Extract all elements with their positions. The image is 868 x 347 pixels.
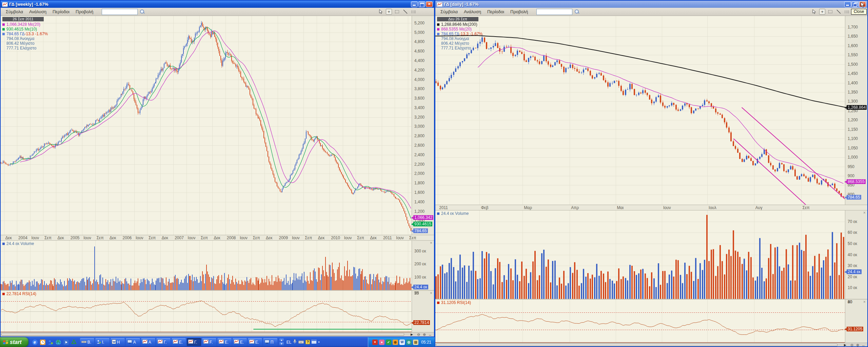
microphone-icon[interactable]	[293, 339, 297, 345]
zoom-out-button[interactable]: ⊖	[416, 332, 421, 336]
tray-alert-icon[interactable]: ×	[372, 340, 378, 345]
date-label: 2011	[383, 236, 392, 240]
task-button-3[interactable]: WH	[111, 338, 125, 346]
taskbar-scroll-arrows[interactable]: ▲▼	[279, 339, 284, 346]
maximize-button[interactable]	[418, 1, 425, 7]
zoom-out-button[interactable]: ⊖	[849, 343, 854, 346]
date-label: Δεκ	[110, 236, 116, 240]
task-button-6[interactable]: Γ.	[156, 338, 171, 346]
date-label: Ιουν	[32, 236, 39, 240]
horizontal-scrollbar[interactable]: ▶⊖⊕↔	[435, 343, 867, 346]
rectangle-tool-icon[interactable]	[394, 9, 400, 15]
axis-tick-label: 1,400	[848, 81, 858, 85]
axis-tick-label: 1,150	[848, 127, 858, 132]
titlebar-daily[interactable]: ΓΔ [daily] -1.67% ×	[435, 1, 867, 8]
price-plot[interactable]	[1, 16, 412, 235]
crosshair-tool-icon[interactable]: +	[819, 9, 825, 15]
pane-close-icon[interactable]: ×	[863, 300, 866, 304]
minimize-button[interactable]	[411, 1, 418, 7]
language-indicator[interactable]: EL	[287, 340, 292, 345]
pane-close-icon[interactable]: ×	[863, 211, 866, 215]
tray-speaker-icon[interactable]: ◉	[393, 340, 398, 345]
task-button-11[interactable]: E.	[233, 338, 247, 346]
minimize-button[interactable]	[844, 1, 851, 7]
menu-Περίοδοι[interactable]: Περίοδοι	[50, 8, 73, 15]
menu-Προβολή[interactable]: Προβολή	[73, 8, 96, 15]
taskbar-clock[interactable]: 05:21	[421, 340, 431, 345]
volume-plot[interactable]	[435, 210, 845, 299]
tray-check-icon[interactable]: ✓	[386, 340, 391, 345]
menu-Ανάλυση[interactable]: Ανάλυση	[26, 8, 50, 15]
fit-width-button[interactable]: ↔	[861, 343, 866, 346]
symbol-search-input[interactable]	[102, 9, 138, 15]
rsi-plot[interactable]	[1, 291, 412, 332]
rectangle-tool-icon[interactable]	[827, 9, 833, 15]
langbar-options-arrow[interactable]: ▾	[318, 341, 319, 344]
task-button-1[interactable]: B.	[80, 338, 94, 346]
axis-tick-label: 100 εκ	[414, 275, 426, 280]
axis-tick-label: 2,800	[414, 134, 425, 138]
internet-explorer-icon[interactable]: e	[32, 339, 38, 345]
volume-plot[interactable]	[1, 241, 412, 290]
task-button-10[interactable]: E.	[217, 338, 232, 346]
tray-doc-icon[interactable]: W	[399, 340, 405, 345]
task-button-13[interactable]: Π	[263, 338, 277, 346]
task-button-12[interactable]: E.	[248, 338, 262, 346]
search-icon[interactable]	[140, 9, 145, 14]
start-button[interactable]: start	[0, 337, 28, 347]
task-button-2[interactable]: I.	[95, 338, 110, 346]
axis-tick-label: 1,050	[848, 146, 858, 150]
task-button-9[interactable]: F.	[202, 338, 216, 346]
menu-Σύμβολα[interactable]: Σύμβολα	[437, 8, 461, 15]
globe-icon[interactable]	[55, 339, 62, 345]
legend-swatch	[437, 212, 439, 215]
menu-Προβολή[interactable]: Προβολή	[507, 8, 531, 15]
scrollbar-thumb[interactable]	[1, 333, 404, 336]
tray-eye-icon[interactable]: ◎	[406, 340, 412, 345]
clock-icon[interactable]	[40, 339, 46, 345]
restore-button[interactable]	[852, 1, 859, 7]
task-button-5[interactable]: A	[141, 338, 155, 346]
symbol-search-input[interactable]	[536, 9, 572, 15]
titlebar-weekly[interactable]: ΓΔ [weekly] -1.67% ×	[1, 1, 434, 8]
legend-text: 930.4615 Με(10)	[6, 27, 37, 32]
input-window-icon[interactable]	[312, 340, 316, 345]
media-icon[interactable]	[63, 339, 70, 345]
horizontal-scrollbar[interactable]: ▶⊖⊕↔	[1, 332, 434, 336]
zoom-in-button[interactable]: ⊕	[855, 343, 860, 346]
task-button-7[interactable]: E.	[172, 338, 186, 346]
crosshair-tool-icon[interactable]: +	[386, 9, 392, 15]
pane-close-icon[interactable]: ×	[430, 291, 432, 295]
trendline-tool-icon[interactable]	[835, 9, 842, 15]
recycle-icon[interactable]	[71, 339, 77, 345]
date-label: Δεκ	[266, 236, 272, 240]
grid-tool-icon[interactable]	[410, 9, 416, 15]
price-plot[interactable]	[435, 16, 845, 205]
pane-close-icon[interactable]: ×	[430, 241, 432, 245]
pointer-tool-icon[interactable]	[378, 9, 384, 15]
scroll-end-button[interactable]: ▶	[843, 343, 848, 346]
axis-tick-label: 4,400	[414, 58, 425, 63]
tray-ball-icon[interactable]: ●	[379, 340, 384, 345]
menu-Ανάλυση[interactable]: Ανάλυση	[461, 8, 484, 15]
help-icon[interactable]: ?	[305, 340, 310, 344]
pointer-tool-icon[interactable]	[811, 9, 817, 15]
scrollbar-thumb[interactable]	[436, 344, 837, 346]
grid-tool-icon[interactable]	[844, 9, 850, 15]
menu-Σύμβολα[interactable]: Σύμβολα	[3, 8, 26, 15]
close-button[interactable]: ×	[426, 1, 433, 7]
search-icon[interactable]	[574, 9, 579, 14]
task-button-4[interactable]: A	[126, 338, 140, 346]
menu-Περίοδοι[interactable]: Περίοδοι	[484, 8, 507, 15]
legend-text: 24.4 εκ Volume	[6, 241, 34, 246]
messenger-icon[interactable]	[47, 339, 54, 345]
keyboard-icon[interactable]	[298, 340, 304, 345]
fit-width-button[interactable]: ↔	[428, 332, 433, 336]
scroll-end-button[interactable]: ▶	[409, 332, 414, 336]
tray-notes-icon[interactable]: ▤	[413, 340, 418, 345]
trendline-tool-icon[interactable]	[402, 9, 408, 15]
zoom-in-button[interactable]: ⊕	[422, 332, 427, 336]
rsi-plot[interactable]	[435, 300, 845, 343]
task-button-8[interactable]: Γ.	[187, 338, 201, 346]
axis-tick-label: 1,650	[848, 34, 858, 39]
